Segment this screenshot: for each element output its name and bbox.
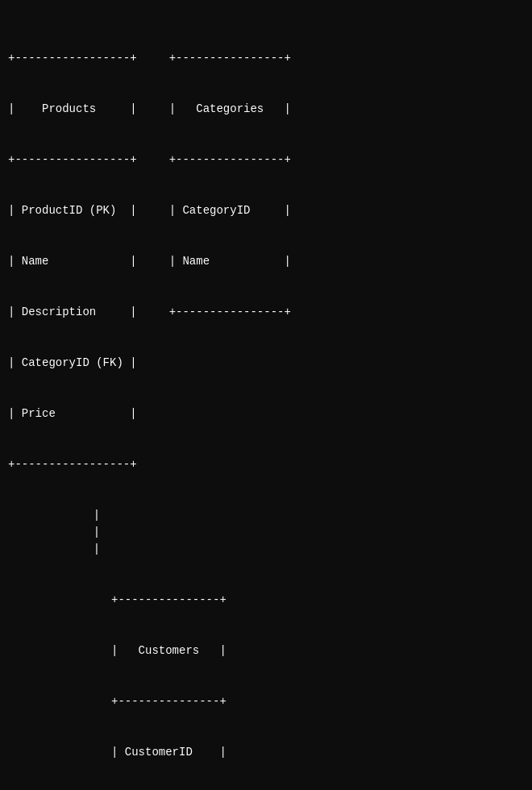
connector-1-row: | | | [0, 507, 532, 558]
products-table: +-----------------+ | Products | +------… [8, 16, 137, 507]
products-field-1: | ProductID (PK) | [8, 202, 137, 219]
products-top-border: +-----------------+ [8, 50, 137, 67]
spacer-2 [8, 558, 111, 790]
products-bot-border: +-----------------+ [8, 456, 137, 473]
categories-table: +----------------+ | Categories | +-----… [169, 16, 291, 507]
connector-line-2: | [94, 524, 100, 541]
diagram-container: +-----------------+ | Products | +------… [0, 10, 532, 790]
customers-row: +---------------+ | Customers | +-------… [0, 558, 532, 790]
connector-line-1: | [94, 507, 100, 524]
categories-field-1: | CategoryID | [169, 202, 291, 219]
products-mid-border: +-----------------+ [8, 152, 137, 168]
customers-field-1: | CustomerID | [111, 744, 227, 761]
customers-title: | Customers | [111, 642, 227, 659]
categories-top-border: +----------------+ [169, 50, 291, 67]
customers-top-border: +---------------+ [111, 592, 227, 609]
top-row: +-----------------+ | Products | +------… [0, 10, 532, 507]
connector-1: | | | [8, 507, 185, 558]
categories-mid-border: +----------------+ [169, 152, 291, 168]
categories-title: | Categories | [169, 101, 291, 118]
spacer-1 [137, 16, 169, 507]
products-field-5: | Price | [8, 405, 137, 422]
products-field-2: | Name | [8, 253, 137, 270]
products-field-3: | Description | [8, 304, 137, 321]
categories-bot-border: +----------------+ [169, 304, 291, 321]
categories-field-2: | Name | [169, 253, 291, 270]
customers-mid-border: +---------------+ [111, 693, 227, 710]
connector-line-3: | [94, 541, 100, 558]
products-field-4: | CategoryID (FK) | [8, 355, 137, 372]
products-title: | Products | [8, 101, 137, 118]
customers-table: +---------------+ | Customers | +-------… [111, 558, 227, 790]
